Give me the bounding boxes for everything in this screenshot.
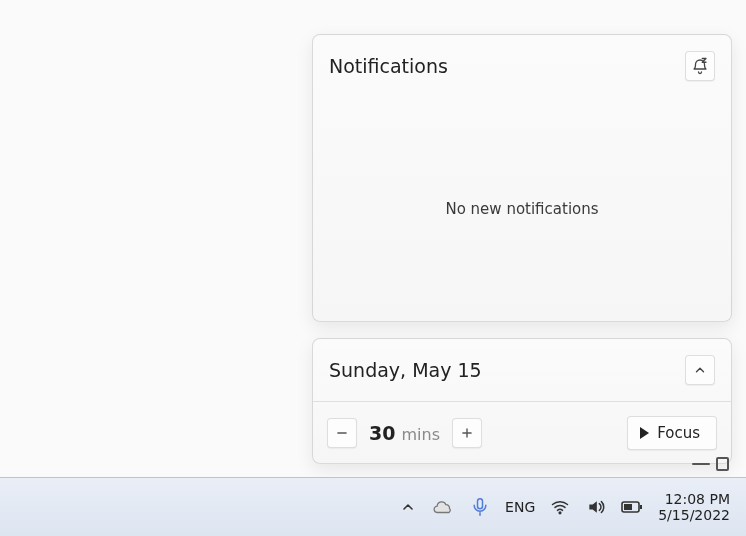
calendar-header: Sunday, May 15: [313, 339, 731, 401]
bell-snooze-icon: [691, 57, 709, 75]
voice-typing-button[interactable]: [464, 487, 496, 527]
desktop: Notifications No new notifications Sunda…: [0, 0, 746, 536]
svg-rect-3: [478, 499, 483, 509]
battery-tray-button[interactable]: [616, 487, 648, 527]
notifications-header: Notifications: [313, 35, 731, 97]
increase-duration-button[interactable]: [452, 418, 482, 448]
focus-duration-value: 30: [369, 422, 395, 444]
clock-time: 12:08 PM: [665, 491, 730, 507]
notifications-panel: Notifications No new notifications: [312, 34, 732, 322]
cloud-icon: [433, 496, 455, 518]
dash-icon: [692, 463, 710, 465]
weather-tray-button[interactable]: [428, 487, 460, 527]
plus-icon: [460, 426, 474, 440]
clock-date: 5/15/2022: [658, 507, 730, 523]
notifications-title: Notifications: [329, 55, 685, 77]
svg-marker-6: [590, 501, 598, 513]
taskbar: ENG 12:08 PM 5/15/2022: [0, 477, 746, 536]
speaker-icon: [586, 497, 606, 517]
chevron-up-icon: [693, 363, 707, 377]
clock-tray-button[interactable]: 12:08 PM 5/15/2022: [652, 491, 736, 523]
focus-button-label: Focus: [657, 424, 700, 442]
news-copilot-hint[interactable]: [692, 457, 729, 471]
decrease-duration-button[interactable]: [327, 418, 357, 448]
language-tray-button[interactable]: ENG: [500, 487, 540, 527]
battery-icon: [620, 497, 644, 517]
notifications-body: No new notifications: [313, 97, 731, 321]
start-focus-button[interactable]: Focus: [627, 416, 717, 450]
language-label: ENG: [505, 499, 535, 515]
calendar-date: Sunday, May 15: [329, 359, 685, 381]
square-icon: [716, 457, 729, 471]
focus-duration: 30 mins: [369, 422, 440, 444]
svg-rect-8: [640, 505, 642, 509]
play-icon: [640, 427, 649, 439]
volume-tray-button[interactable]: [580, 487, 612, 527]
collapse-calendar-button[interactable]: [685, 355, 715, 385]
tray-overflow-button[interactable]: [392, 487, 424, 527]
focus-duration-unit: mins: [401, 425, 440, 444]
focus-session-strip: 30 mins Focus: [313, 401, 731, 463]
wifi-icon: [550, 497, 570, 517]
do-not-disturb-button[interactable]: [685, 51, 715, 81]
svg-point-5: [559, 512, 561, 514]
microphone-icon: [470, 497, 490, 517]
notifications-empty-text: No new notifications: [445, 200, 598, 218]
calendar-focus-panel: Sunday, May 15 30 mins Focus: [312, 338, 732, 464]
chevron-up-icon: [400, 499, 416, 515]
wifi-tray-button[interactable]: [544, 487, 576, 527]
minus-icon: [335, 426, 349, 440]
svg-rect-9: [624, 504, 632, 510]
